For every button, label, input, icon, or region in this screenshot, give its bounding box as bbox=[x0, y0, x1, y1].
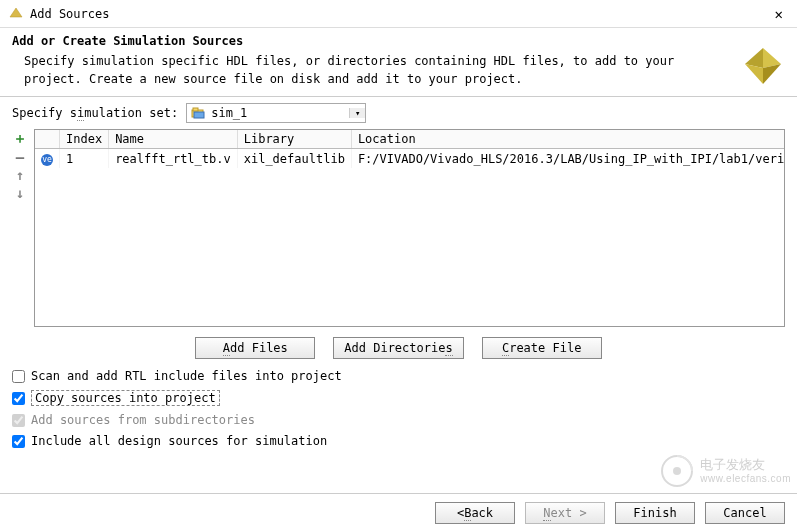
scan-rtl-checkbox[interactable]: Scan and add RTL include files into proj… bbox=[12, 369, 785, 383]
create-file-button[interactable]: Create File bbox=[482, 337, 602, 359]
move-up-button[interactable]: ↑ bbox=[12, 167, 28, 183]
window-title: Add Sources bbox=[30, 7, 109, 21]
page-title: Add or Create Simulation Sources bbox=[12, 34, 785, 48]
watermark: 电子发烧友 www.elecfans.com bbox=[660, 454, 791, 488]
next-button: Next > bbox=[525, 502, 605, 524]
scan-rtl-label: Scan and add RTL include files into proj… bbox=[31, 369, 342, 383]
table-row[interactable]: ve 1 realfft_rtl_tb.v xil_defaultlib F:/… bbox=[35, 149, 785, 169]
include-all-checkbox[interactable]: Include all design sources for simulatio… bbox=[12, 434, 785, 448]
sim-set-row: Specify simulation set: sim_1 ▾ bbox=[0, 97, 797, 129]
watermark-icon bbox=[660, 454, 694, 488]
file-buttons-row: Add Files Add Directories Create File bbox=[0, 327, 797, 367]
table-toolbar: ＋ — ↑ ↓ bbox=[12, 129, 30, 327]
sim-set-label: Specify simulation set: bbox=[12, 106, 178, 120]
add-subdirs-input bbox=[12, 414, 25, 427]
add-row-button[interactable]: ＋ bbox=[12, 131, 28, 147]
row-location: F:/VIVADO/Vivado_HLS/2016.3/LAB/Using_IP… bbox=[351, 149, 785, 169]
title-bar: Add Sources ✕ bbox=[0, 0, 797, 28]
finish-button[interactable]: Finish bbox=[615, 502, 695, 524]
verilog-badge-icon: ve bbox=[41, 154, 53, 166]
sources-table-container: Index Name Library Location ve 1 realfft… bbox=[34, 129, 785, 327]
chevron-down-icon: ▾ bbox=[349, 108, 365, 118]
sources-area: ＋ — ↑ ↓ Index Name Library Location bbox=[12, 129, 785, 327]
svg-point-8 bbox=[662, 456, 692, 486]
app-icon bbox=[8, 6, 24, 22]
row-library: xil_defaultlib bbox=[237, 149, 351, 169]
header: Add or Create Simulation Sources Specify… bbox=[0, 28, 797, 97]
add-subdirs-label: Add sources from subdirectories bbox=[31, 413, 255, 427]
page-description: Specify simulation specific HDL files, o… bbox=[12, 52, 692, 88]
cancel-button[interactable]: Cancel bbox=[705, 502, 785, 524]
watermark-text: 电子发烧友 www.elecfans.com bbox=[700, 458, 791, 483]
wizard-footer: < Back Next > Finish Cancel bbox=[0, 493, 797, 532]
svg-marker-0 bbox=[10, 8, 22, 17]
row-index: 1 bbox=[60, 149, 109, 169]
svg-rect-6 bbox=[193, 108, 198, 111]
sim-set-combo[interactable]: sim_1 ▾ bbox=[186, 103, 366, 123]
copy-sources-label: Copy sources into project bbox=[31, 390, 220, 406]
add-directories-button[interactable]: Add Directories bbox=[333, 337, 463, 359]
copy-sources-checkbox[interactable]: Copy sources into project bbox=[12, 390, 785, 406]
scan-rtl-input[interactable] bbox=[12, 370, 25, 383]
col-name[interactable]: Name bbox=[109, 130, 238, 149]
copy-sources-input[interactable] bbox=[12, 392, 25, 405]
col-location[interactable]: Location bbox=[351, 130, 785, 149]
vivado-logo-icon bbox=[741, 44, 785, 88]
col-index[interactable]: Index bbox=[60, 130, 109, 149]
back-button[interactable]: < Back bbox=[435, 502, 515, 524]
svg-point-9 bbox=[673, 467, 681, 475]
table-header-row: Index Name Library Location bbox=[35, 130, 785, 149]
options-group: Scan and add RTL include files into proj… bbox=[0, 367, 797, 456]
row-badge-cell: ve bbox=[35, 149, 60, 169]
include-all-label: Include all design sources for simulatio… bbox=[31, 434, 327, 448]
remove-row-button[interactable]: — bbox=[12, 149, 28, 165]
sources-table: Index Name Library Location ve 1 realfft… bbox=[35, 130, 785, 168]
row-name: realfft_rtl_tb.v bbox=[109, 149, 238, 169]
include-all-input[interactable] bbox=[12, 435, 25, 448]
sim-set-value: sim_1 bbox=[209, 106, 349, 120]
add-subdirs-checkbox: Add sources from subdirectories bbox=[12, 413, 785, 427]
col-badge[interactable] bbox=[35, 130, 60, 149]
move-down-button[interactable]: ↓ bbox=[12, 185, 28, 201]
col-library[interactable]: Library bbox=[237, 130, 351, 149]
add-files-button[interactable]: Add Files bbox=[195, 337, 315, 359]
close-button[interactable]: ✕ bbox=[769, 4, 789, 24]
svg-rect-7 bbox=[194, 112, 204, 118]
folder-stack-icon bbox=[187, 107, 209, 119]
